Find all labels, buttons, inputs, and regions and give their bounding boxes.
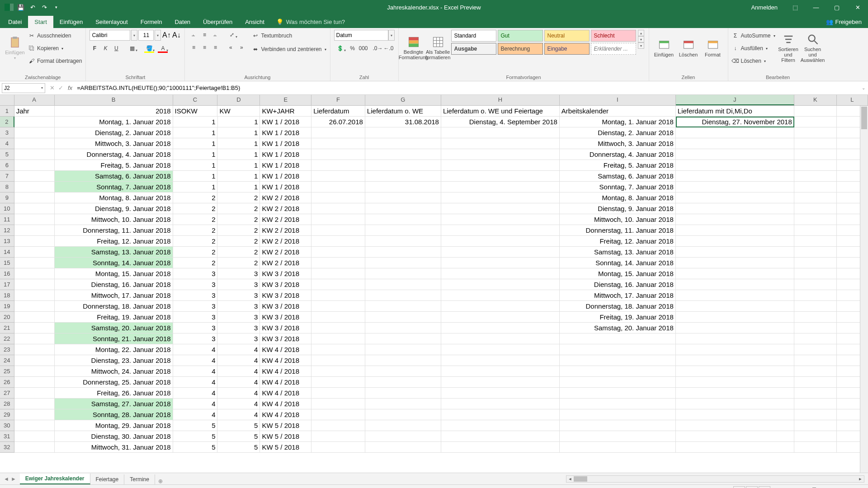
cell[interactable]: 4: [173, 377, 218, 388]
orientation-icon[interactable]: ⤢: [226, 30, 238, 40]
cell[interactable]: [441, 431, 560, 442]
tab-data[interactable]: Daten: [168, 16, 197, 28]
cell[interactable]: [794, 344, 837, 355]
style-ausgabe[interactable]: Ausgabe: [451, 43, 496, 55]
cell[interactable]: Montag, 22. Januar 2018: [55, 344, 173, 355]
cell[interactable]: [441, 312, 560, 323]
cell[interactable]: [365, 442, 441, 453]
cell[interactable]: 2: [217, 214, 260, 225]
cell[interactable]: [14, 182, 55, 192]
cell[interactable]: Samstag, 13. Januar 2018: [560, 247, 676, 258]
cell[interactable]: Dienstag, 16. Januar 2018: [55, 279, 173, 290]
underline-button[interactable]: U: [111, 43, 121, 53]
cell[interactable]: [365, 279, 441, 290]
fx-icon[interactable]: fx: [68, 84, 75, 91]
cell[interactable]: [311, 236, 365, 247]
cell-I1[interactable]: Arbeitskalender: [560, 106, 676, 117]
number-format-dropdown-icon[interactable]: ▾: [388, 30, 395, 41]
cell[interactable]: [365, 333, 441, 344]
qat-customize-icon[interactable]: ▾: [51, 2, 61, 13]
fill-button[interactable]: ↓Ausfüllen▾: [732, 42, 775, 54]
cell[interactable]: [441, 279, 560, 290]
merge-center-button[interactable]: ⬌Verbinden und zentrieren▾: [252, 43, 326, 55]
cell[interactable]: [365, 301, 441, 312]
cell[interactable]: 5: [217, 431, 260, 442]
cell[interactable]: [560, 355, 676, 366]
cell[interactable]: [14, 409, 55, 420]
cell[interactable]: KW 2 / 2018: [260, 247, 311, 258]
cell[interactable]: [676, 388, 794, 399]
cell[interactable]: 31.08.2018: [365, 117, 441, 127]
cell[interactable]: Sonntag, 7. Januar 2018: [560, 182, 676, 192]
cell[interactable]: KW 4 / 2018: [260, 377, 311, 388]
tell-me-search[interactable]: 💡 Was möchten Sie tun?: [271, 16, 350, 28]
cell[interactable]: 1: [173, 171, 218, 182]
name-box-dropdown-icon[interactable]: ▾: [41, 86, 43, 90]
cell[interactable]: [560, 388, 676, 399]
insert-cells-button[interactable]: Einfügen: [653, 30, 675, 66]
cell[interactable]: [365, 258, 441, 268]
cell[interactable]: [441, 355, 560, 366]
cell[interactable]: [676, 171, 794, 182]
find-select-button[interactable]: Suchen und Auswählen: [802, 30, 824, 66]
cell[interactable]: [365, 138, 441, 149]
cell[interactable]: [794, 279, 837, 290]
vscroll-thumb[interactable]: [861, 107, 867, 129]
cancel-formula-icon[interactable]: ✕: [50, 84, 55, 91]
cell[interactable]: [676, 225, 794, 236]
cell[interactable]: 2: [173, 203, 218, 214]
active-cell[interactable]: Dienstag, 27. November 2018: [676, 117, 794, 127]
accept-formula-icon[interactable]: ✓: [58, 84, 63, 91]
horizontal-scrollbar[interactable]: ◄ ►: [566, 475, 864, 483]
cell[interactable]: [14, 431, 55, 442]
align-bottom-icon[interactable]: ⫠: [210, 30, 220, 40]
cell[interactable]: Mittwoch, 24. Januar 2018: [55, 366, 173, 377]
sheet-tab-feiertage[interactable]: Feiertage: [90, 474, 125, 484]
align-center-icon[interactable]: ≡: [199, 42, 209, 52]
cell[interactable]: 5: [173, 442, 218, 453]
view-page-layout-icon[interactable]: ▤: [746, 486, 758, 488]
cell[interactable]: 1: [217, 160, 260, 171]
cell[interactable]: Freitag, 19. Januar 2018: [560, 312, 676, 323]
tab-formulas[interactable]: Formeln: [134, 16, 169, 28]
cell[interactable]: [311, 431, 365, 442]
cell[interactable]: [441, 171, 560, 182]
cell[interactable]: KW 3 / 2018: [260, 323, 311, 333]
cell[interactable]: 1: [217, 127, 260, 138]
cell[interactable]: [14, 323, 55, 333]
cell[interactable]: [441, 192, 560, 203]
cell[interactable]: [311, 160, 365, 171]
cell[interactable]: [14, 366, 55, 377]
cell[interactable]: Sonntag, 21. Januar 2018: [55, 333, 173, 344]
cell[interactable]: [365, 377, 441, 388]
cell[interactable]: KW 4 / 2018: [260, 344, 311, 355]
cell[interactable]: [311, 214, 365, 225]
cell-J1[interactable]: Lieferdatum mit Di,Mi,Do: [676, 106, 794, 117]
cell[interactable]: [311, 149, 365, 160]
percent-button[interactable]: %: [348, 43, 358, 53]
cell[interactable]: 4: [173, 355, 218, 366]
cell[interactable]: 1: [173, 117, 218, 127]
row-header[interactable]: 30: [0, 420, 14, 431]
format-as-table-button[interactable]: Als Tabelle formatieren: [427, 30, 449, 66]
cell[interactable]: [311, 366, 365, 377]
cell[interactable]: Donnerstag, 11. Januar 2018: [55, 225, 173, 236]
cell[interactable]: [794, 149, 837, 160]
cell[interactable]: [676, 268, 794, 279]
cell-E1[interactable]: KW+JAHR: [260, 106, 311, 117]
style-neutral[interactable]: Neutral: [544, 30, 590, 42]
cell[interactable]: Donnerstag, 4. Januar 2018: [55, 149, 173, 160]
cell[interactable]: 3: [173, 312, 218, 323]
undo-icon[interactable]: ↶: [27, 2, 38, 13]
view-normal-icon[interactable]: ▦: [733, 486, 745, 488]
cell[interactable]: [441, 388, 560, 399]
cell[interactable]: [14, 290, 55, 301]
col-E[interactable]: E: [260, 95, 311, 105]
cell[interactable]: 3: [173, 333, 218, 344]
cell[interactable]: Samstag, 13. Januar 2018: [55, 247, 173, 258]
cell[interactable]: [14, 344, 55, 355]
cell[interactable]: 3: [173, 323, 218, 333]
cell[interactable]: KW 4 / 2018: [260, 388, 311, 399]
styles-scroll-up-icon[interactable]: ▴: [638, 30, 644, 36]
cell-K1[interactable]: [794, 106, 837, 117]
